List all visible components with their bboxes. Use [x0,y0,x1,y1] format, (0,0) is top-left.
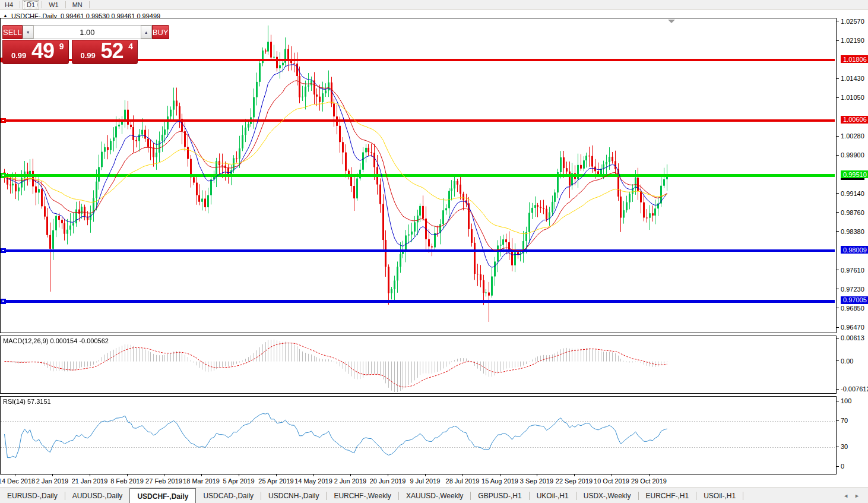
tab-usdchf-daily[interactable]: USDCHF-,Daily [129,488,196,503]
axis-tick-mark [837,136,839,137]
volume-input[interactable] [34,26,141,39]
tab-audusd-daily[interactable]: AUDUSD-,Daily [65,488,130,503]
timeframe-button-w1[interactable]: W1 [45,0,63,10]
date-tick-label: 10 Oct 2019 [594,477,629,485]
date-tick-mark [276,474,277,476]
date-tick-mark [500,474,500,476]
axis-tick-mark [837,21,839,21]
axis-tick-mark [837,327,839,328]
date-tick-mark [15,474,15,476]
rsi-label: RSI(14) 57.3151 [3,398,51,405]
sell-price-prefix: 0.99 [11,51,26,60]
tab-separator [743,492,743,500]
tab-scroll-right-icon[interactable]: ► [854,493,860,499]
rsi-tick-label: 30 [837,443,848,450]
macd-indicator-pane[interactable]: MACD(12,26,9) 0.000154 -0.000562 [0,336,837,394]
bid-price-marker [841,178,864,180]
date-tick-label: 22 Sep 2019 [556,477,593,485]
sell-price-big: 49 [31,39,54,64]
volume-decrease-icon[interactable]: ▼ [23,26,34,39]
axis-tick-mark [837,270,839,270]
buy-button[interactable]: BUY [152,25,169,39]
sell-price-pip: 9 [59,42,64,51]
candlestick-chart[interactable] [1,18,835,331]
date-tick-label: 14 May 2019 [294,477,332,485]
date-tick-label: 28 Jul 2019 [446,477,480,485]
sell-quote-button[interactable]: 0.99 49 9 [2,40,69,64]
date-tick-label: 27 Feb 2019 [145,477,182,485]
tab-usdx-weekly[interactable]: USDX-,Weekly [576,488,638,503]
axis-tick-mark [837,97,839,98]
axis-tick-mark [837,231,839,232]
timeframe-button-d1[interactable]: D1 [23,0,39,10]
tab-eurchf-weekly[interactable]: EURCHF-,Weekly [327,488,398,503]
rsi-chart[interactable] [1,397,835,473]
price-tick-label: 0.97610 [837,267,864,274]
date-tick-mark [90,474,90,476]
macd-tick-label: 0.00613 [837,334,864,341]
macd-label: MACD(12,26,9) 0.000154 -0.000562 [3,337,109,344]
axis-tick-mark [837,40,839,41]
macd-tick-label: -0.007612 [837,385,868,393]
price-tick-label: 1.01430 [837,75,864,82]
timeframe-button-mn[interactable]: MN [68,0,87,10]
level-price-badge: 0.97005 [841,296,868,304]
date-tick-label: 9 Jul 2019 [410,477,441,485]
chart-tab-bar: EURUSD-,DailyAUDUSD-,DailyUSDCHF-,DailyU… [0,488,868,503]
axis-tick-mark [837,466,839,467]
level-price-badge: 1.00606 [841,116,868,124]
toolbar-separator [65,1,66,8]
tab-ukoil-h1[interactable]: UKOil-,H1 [530,488,576,503]
rsi-tick-label: 100 [837,397,851,404]
price-tick-label: 0.99140 [837,190,864,197]
sell-button[interactable]: SELL [2,25,23,39]
axis-tick-mark [837,447,839,447]
macd-tick-label: 0.00 [837,358,853,365]
buy-price-prefix: 0.99 [81,51,96,60]
date-tick-label: 18 Mar 2019 [183,477,220,485]
price-tick-label: 0.97230 [837,286,864,293]
tab-gbpusd-h1[interactable]: GBPUSD-,H1 [471,488,528,503]
axis-tick-mark [837,155,839,156]
date-tick-label: 14 Dec 2018 [0,477,35,485]
toolbar-separator [42,1,42,8]
date-tick-mark [612,474,612,476]
volume-increase-icon[interactable]: ▲ [141,26,152,39]
date-tick-label: 2 Jun 2019 [334,477,366,485]
price-tick-label: 0.98760 [837,209,864,216]
price-tick-label: 0.99900 [837,151,864,159]
tab-xauusd-weekly[interactable]: XAUUSD-,Weekly [399,488,470,503]
date-tick-mark [239,474,239,476]
date-tick-label: 3 Sep 2019 [520,477,553,485]
axis-tick-mark [837,338,839,339]
buy-quote-button[interactable]: 0.99 52 4 [72,40,138,64]
toolbar-separator [89,1,90,8]
price-tick-label: 1.02570 [837,18,864,25]
rsi-indicator-pane[interactable]: RSI(14) 57.3151 [0,396,837,474]
date-tick-mark [388,474,388,476]
date-tick-mark [649,474,650,476]
date-tick-mark [462,474,463,476]
axis-tick-mark [837,289,839,289]
tab-eurusd-daily[interactable]: EURUSD-,Daily [0,488,65,503]
macd-chart[interactable] [1,336,835,392]
price-chart-pane[interactable] [0,18,837,333]
rsi-tick-label: 70 [837,417,848,424]
date-tick-label: 2 Jan 2019 [36,477,68,485]
axis-tick-mark [837,389,839,390]
date-tick-mark [201,474,202,476]
buy-price-pip: 4 [128,42,133,51]
tab-usdcnh-daily[interactable]: USDCNH-,Daily [261,488,326,503]
tab-scroll-left-icon[interactable]: ◄ [843,493,848,499]
toolbar-separator [20,1,20,8]
chart-window: ▲ USDCHF-,Daily 0.99461 0.99530 0.99461 … [0,10,868,488]
timeframe-button-h4[interactable]: H4 [1,0,17,10]
axis-tick-mark [837,360,839,361]
tab-eurchf-h1[interactable]: EURCHF-,H1 [639,488,696,503]
date-tick-label: 29 Oct 2019 [631,477,667,485]
date-tick-label: 21 Jan 2019 [72,477,108,485]
one-click-trading-panel: SELL ▼ ▲ BUY 0.99 49 9 0.99 52 4 [2,25,138,64]
date-axis: 14 Dec 20182 Jan 201921 Jan 20198 Feb 20… [0,474,836,487]
tab-usoil-h1[interactable]: USOil-,H1 [696,488,743,503]
tab-usdcad-daily[interactable]: USDCAD-,Daily [196,488,261,503]
